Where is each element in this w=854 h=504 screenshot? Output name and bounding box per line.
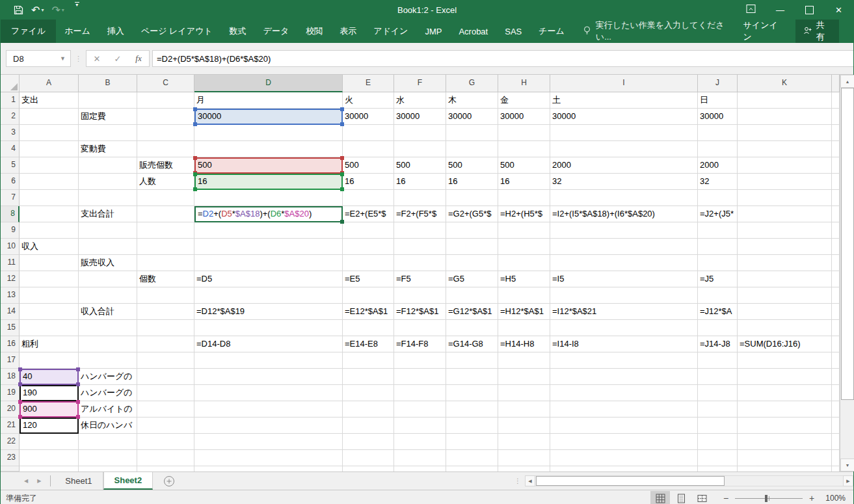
- cell-I6[interactable]: 32: [550, 174, 698, 190]
- cell-G16[interactable]: =G14-G8: [446, 336, 498, 352]
- cell-A22[interactable]: [20, 434, 79, 450]
- cell-B22[interactable]: [79, 434, 137, 450]
- cell-partial-3[interactable]: [832, 125, 840, 141]
- cell-E8[interactable]: =E2+(E5*$: [343, 206, 394, 222]
- range-handle-tl[interactable]: [193, 156, 197, 160]
- cell-H22[interactable]: [498, 434, 550, 450]
- cell-E7[interactable]: [343, 190, 394, 206]
- cell-F9[interactable]: [394, 222, 446, 239]
- cell-G4[interactable]: [446, 141, 498, 157]
- cell-partial-13[interactable]: [832, 287, 840, 304]
- cell-K17[interactable]: [738, 352, 832, 369]
- cell-B13[interactable]: [79, 287, 137, 304]
- cell-A23[interactable]: [20, 450, 79, 466]
- cell-F11[interactable]: [394, 255, 446, 271]
- column-header-C[interactable]: C: [137, 75, 194, 92]
- row-header-14[interactable]: 14: [1, 304, 20, 320]
- cell-J1[interactable]: 日: [698, 92, 738, 109]
- cell-H9[interactable]: [498, 222, 550, 239]
- cell-B16[interactable]: [79, 336, 137, 352]
- cell-A13[interactable]: [20, 287, 79, 304]
- cell-K6[interactable]: [738, 174, 832, 190]
- cell-K18[interactable]: [738, 369, 832, 385]
- cell-E20[interactable]: [343, 401, 394, 418]
- cell-K14[interactable]: [738, 304, 832, 320]
- cell-F16[interactable]: =F14-F8: [394, 336, 446, 352]
- cell-D22[interactable]: [194, 434, 343, 450]
- vertical-scroll-track[interactable]: [840, 400, 854, 458]
- column-header-D[interactable]: D: [194, 75, 343, 92]
- cell-C21[interactable]: [137, 418, 194, 434]
- sheet-tab-Sheet2[interactable]: Sheet2: [103, 472, 153, 490]
- row-header-8[interactable]: 8: [1, 206, 20, 222]
- cell-A1[interactable]: 支出: [20, 92, 79, 109]
- cell-J6[interactable]: 32: [698, 174, 738, 190]
- ribbon-tab-5[interactable]: データ: [255, 20, 298, 43]
- cell-I23[interactable]: [550, 450, 698, 466]
- cell-J19[interactable]: [698, 385, 738, 401]
- column-header-partial[interactable]: [832, 75, 840, 92]
- cell-B15[interactable]: [79, 320, 137, 336]
- cell-E12[interactable]: =E5: [343, 271, 394, 287]
- cell-D15[interactable]: [194, 320, 343, 336]
- cell-F22[interactable]: [394, 434, 446, 450]
- cell-D19[interactable]: [194, 385, 343, 401]
- column-header-B[interactable]: B: [79, 75, 137, 92]
- enter-icon[interactable]: ✓: [107, 54, 128, 64]
- cell-C10[interactable]: [137, 239, 194, 255]
- cell-J23[interactable]: [698, 450, 738, 466]
- scroll-left-icon[interactable]: ◀: [525, 475, 535, 486]
- scroll-right-icon[interactable]: ▶: [843, 475, 853, 486]
- cell-C17[interactable]: [137, 352, 194, 369]
- zoom-slider-handle[interactable]: [765, 495, 767, 502]
- cell-J13[interactable]: [698, 287, 738, 304]
- cell-F3[interactable]: [394, 125, 446, 141]
- cell-E16[interactable]: =E14-E8: [343, 336, 394, 352]
- column-header-K[interactable]: K: [738, 75, 832, 92]
- cell-J8[interactable]: =J2+(J5*: [698, 206, 738, 222]
- cell-I24[interactable]: [550, 466, 698, 471]
- row-header-3[interactable]: 3: [1, 125, 20, 141]
- cell-H10[interactable]: [498, 239, 550, 255]
- undo-dropdown-icon[interactable]: ▾: [41, 7, 44, 13]
- cell-F24[interactable]: [394, 466, 446, 471]
- cell-H24[interactable]: [498, 466, 550, 471]
- maximize-button[interactable]: [795, 0, 824, 20]
- cell-E17[interactable]: [343, 352, 394, 369]
- page-layout-view-button[interactable]: [671, 491, 691, 504]
- cell-D1[interactable]: 月: [194, 92, 343, 109]
- cell-partial-17[interactable]: [832, 352, 840, 369]
- cell-partial-10[interactable]: [832, 239, 840, 255]
- cell-I2[interactable]: 30000: [550, 109, 698, 125]
- row-header-5[interactable]: 5: [1, 157, 20, 174]
- row-header-15[interactable]: 15: [1, 320, 20, 336]
- range-handle-tl[interactable]: [18, 400, 22, 404]
- cell-D4[interactable]: [194, 141, 343, 157]
- cell-G1[interactable]: 木: [446, 92, 498, 109]
- cell-partial-7[interactable]: [832, 190, 840, 206]
- cell-B12[interactable]: [79, 271, 137, 287]
- sheet-nav-right-icon[interactable]: ▶: [37, 478, 41, 484]
- cell-G20[interactable]: [446, 401, 498, 418]
- sign-in-button[interactable]: サインイン: [732, 20, 796, 43]
- column-header-I[interactable]: I: [550, 75, 698, 92]
- cell-H4[interactable]: [498, 141, 550, 157]
- cell-E23[interactable]: [343, 450, 394, 466]
- cell-C12[interactable]: 個数: [137, 271, 194, 287]
- cell-G17[interactable]: [446, 352, 498, 369]
- vertical-scroll-thumb[interactable]: [841, 88, 854, 400]
- cell-C5[interactable]: 販売個数: [137, 157, 194, 174]
- cell-partial-18[interactable]: [832, 369, 840, 385]
- cell-A12[interactable]: [20, 271, 79, 287]
- cell-D13[interactable]: [194, 287, 343, 304]
- cell-E3[interactable]: [343, 125, 394, 141]
- cell-I9[interactable]: [550, 222, 698, 239]
- redo-button[interactable]: ↷▾: [49, 2, 66, 18]
- cell-H21[interactable]: [498, 418, 550, 434]
- cell-partial-24[interactable]: [832, 466, 840, 471]
- cell-H13[interactable]: [498, 287, 550, 304]
- cell-B11[interactable]: 販売収入: [79, 255, 137, 271]
- cell-H19[interactable]: [498, 385, 550, 401]
- row-header-2[interactable]: 2: [1, 109, 20, 125]
- range-handle-br[interactable]: [76, 382, 80, 386]
